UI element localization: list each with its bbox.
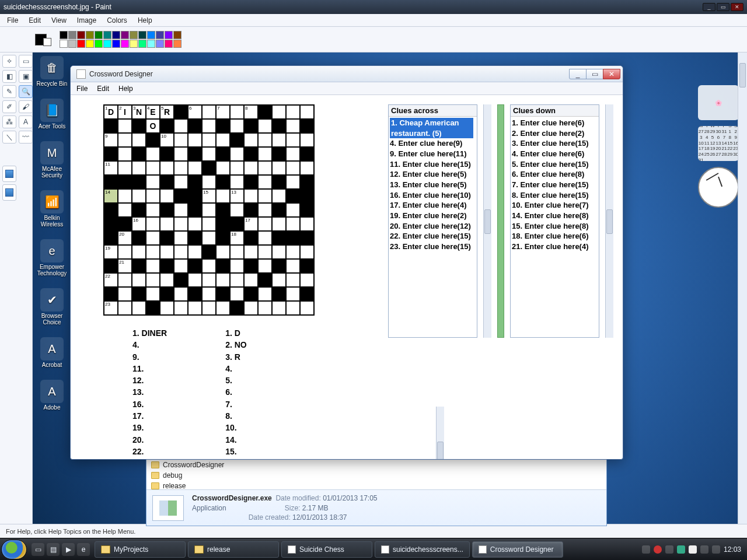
grid-cell[interactable] [258,119,272,133]
grid-cell[interactable] [230,203,244,217]
grid-cell[interactable]: 9 [104,133,118,147]
tool-curve[interactable]: 〰 [19,131,33,144]
grid-cell[interactable] [244,287,258,301]
grid-cell[interactable] [244,231,258,245]
clue-down-item[interactable]: 2. Enter clue here(2) [512,128,595,139]
color-swatch[interactable] [156,40,164,48]
color-swatch[interactable] [173,40,181,48]
grid-cell[interactable] [174,259,188,273]
grid-cell[interactable] [216,161,230,175]
color-swatch[interactable] [95,31,103,39]
grid-cell[interactable] [118,175,132,189]
color-swatch[interactable] [103,31,111,39]
tool-pencil[interactable]: ✐ [2,100,16,113]
grid-cell[interactable] [272,133,286,147]
grid-cell[interactable] [230,133,244,147]
desktop-icon[interactable]: AAdobe [36,380,68,411]
crossword-grid[interactable]: 1D2I3N4E5R678O91011121415131617201819212… [103,104,315,316]
ql-switch[interactable]: ▤ [47,543,60,556]
grid-cell[interactable] [132,161,146,175]
grid-cell[interactable]: 17 [244,217,258,231]
grid-cell[interactable] [174,105,188,119]
grid-cell[interactable] [160,119,174,133]
grid-cell[interactable] [118,189,132,203]
clue-across-item[interactable]: 12. Enter clue here(5) [390,169,473,180]
grid-cell[interactable] [244,273,258,287]
grid-cell[interactable] [174,245,188,259]
grid-cell[interactable] [188,119,202,133]
grid-cell[interactable] [118,217,132,231]
grid-cell[interactable] [104,259,118,273]
grid-cell[interactable] [132,245,146,259]
grid-cell[interactable] [160,175,174,189]
grid-cell[interactable] [188,203,202,217]
tray-antivirus-icon[interactable] [677,545,685,554]
grid-cell[interactable] [202,147,216,161]
grid-cell[interactable] [244,133,258,147]
grid-cell[interactable]: 10 [160,133,174,147]
grid-cell[interactable] [202,105,216,119]
grid-cell[interactable] [216,231,230,245]
color-swatch[interactable] [165,40,173,48]
grid-cell[interactable] [174,287,188,301]
grid-cell[interactable] [258,287,272,301]
grid-cell[interactable] [300,217,314,231]
cw-minimize-button[interactable]: _ [569,69,587,79]
grid-cell[interactable] [160,189,174,203]
tray-volume-icon[interactable] [712,545,720,554]
grid-cell[interactable] [188,189,202,203]
grid-cell[interactable] [188,259,202,273]
clue-down-item[interactable]: 3. Enter clue here(15) [512,138,595,149]
paint-menu-edit[interactable]: Edit [29,16,41,24]
color-swatch[interactable] [68,31,76,39]
divider-track[interactable] [497,104,504,338]
grid-cell[interactable] [188,133,202,147]
grid-cell[interactable] [258,105,272,119]
grid-cell[interactable] [216,133,230,147]
grid-cell[interactable] [286,273,300,287]
paint-close-button[interactable]: ✕ [731,3,743,11]
grid-cell[interactable] [244,189,258,203]
grid-cell[interactable] [300,245,314,259]
grid-cell[interactable]: 2I [118,105,132,119]
grid-cell[interactable] [132,119,146,133]
grid-cell[interactable] [244,119,258,133]
grid-cell[interactable] [258,217,272,231]
grid-cell[interactable] [300,175,314,189]
grid-cell[interactable] [132,133,146,147]
grid-cell[interactable] [202,259,216,273]
grid-cell[interactable] [146,287,160,301]
grid-cell[interactable] [118,287,132,301]
paint-minimize-button[interactable]: _ [703,3,715,11]
grid-cell[interactable] [300,259,314,273]
grid-cell[interactable] [286,287,300,301]
grid-cell[interactable] [272,119,286,133]
cw-menu-edit[interactable]: Edit [97,85,109,93]
grid-cell[interactable] [272,273,286,287]
grid-cell[interactable] [160,147,174,161]
desktop-icon[interactable]: 🗑Recycle Bin [36,56,68,87]
color-swatch[interactable] [130,31,138,39]
grid-cell[interactable] [244,245,258,259]
grid-cell[interactable] [188,161,202,175]
clue-across-item[interactable]: 1. Cheap American restaurant. (5) [390,118,473,138]
grid-cell[interactable] [160,301,174,315]
taskbar-button[interactable]: Crossword Designer [472,541,563,558]
grid-cell[interactable] [202,245,216,259]
taskbar-button[interactable]: Suicide Chess [281,541,372,558]
grid-cell[interactable] [146,245,160,259]
grid-cell[interactable] [188,273,202,287]
paint-menu-help[interactable]: Help [138,16,152,24]
tray-updates-icon[interactable] [700,545,708,554]
grid-cell[interactable] [258,189,272,203]
color-swatch[interactable] [103,40,111,48]
tool-brush[interactable]: 🖌 [19,100,33,113]
grid-cell[interactable] [160,203,174,217]
clue-across-item[interactable]: 19. Enter clue here(2) [390,211,473,221]
grid-cell[interactable] [202,203,216,217]
grid-cell[interactable] [258,175,272,189]
grid-cell[interactable]: 4E [146,105,160,119]
grid-cell[interactable] [216,245,230,259]
color-swatch[interactable] [86,31,94,39]
clue-across-item[interactable]: 11. Enter clue here(15) [390,159,473,170]
